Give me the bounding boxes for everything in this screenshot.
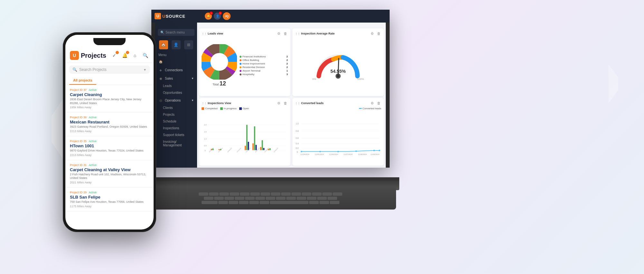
svg-text:1.5: 1.5 <box>204 131 207 133</box>
project-distance-29: 1175 Miles Away <box>70 205 149 208</box>
key <box>229 201 238 204</box>
gauge-area: 54.55% 0% 100% <box>295 37 381 93</box>
key <box>327 197 337 200</box>
pie-chart-area: Total 12 <box>202 44 237 87</box>
phone-bell-icon[interactable]: 🔔 <box>121 52 128 59</box>
phone-outer-shell: U Projects ✓ 🔔 ⌂ 🔍 🔍 Search Projec <box>63 32 156 232</box>
inspections-legend: Completed In progress Open <box>202 107 288 110</box>
laptop-device: U USOURCE 🔔 1 👤 1 JQ <box>142 10 399 216</box>
legend-airport: Airport Terminal 1 <box>240 69 288 72</box>
sidebar-item-leads[interactable]: Leads <box>155 83 197 89</box>
project-name-29: SLB San Felipe <box>70 195 149 200</box>
project-name-37: Carpet Cleaning <box>70 92 149 97</box>
phone-project-item-29[interactable]: Project ID 29 Active SLB San Felipe 759 … <box>65 188 154 211</box>
leads-delete-button[interactable]: 🗑 <box>283 31 288 36</box>
phone-project-item-31[interactable]: Project ID 31 Active Carpet Cleaning at … <box>65 160 154 188</box>
inspections-card-actions: ⚙ 🗑 <box>276 101 288 106</box>
leads-card-header: Leads view ⚙ 🗑 <box>202 31 288 36</box>
sales-label: Sales <box>165 77 173 80</box>
svg-point-6 <box>211 53 228 71</box>
phone-project-item-35[interactable]: Project ID 35 Active HTown 1001 9870 Gay… <box>65 136 154 160</box>
project-address-29: 759 San Felipe Ave Houston, Texas 77056,… <box>70 200 149 204</box>
inspection-settings-button[interactable]: ⚙ <box>370 31 375 36</box>
svg-point-56 <box>301 151 302 152</box>
phone-project-item-37[interactable]: Project ID 37 Active Carpet Cleaning 283… <box>65 85 154 113</box>
phone-tab-all-projects[interactable]: All projects <box>69 76 96 85</box>
support-tickets-label: Support tickets <box>163 133 184 137</box>
connections-label: Connections <box>165 68 183 72</box>
project-meta-37: Project ID 37 Active <box>70 88 149 92</box>
key <box>255 197 265 200</box>
inspections-content: Completed In progress Open <box>202 107 288 163</box>
sidebar-search[interactable]: 🔍 Search menu <box>158 29 194 36</box>
project-distance-31: 2021 Miles Away <box>70 181 149 184</box>
phone-home-icon[interactable]: ⌂ <box>131 52 139 59</box>
notif-badge-2: 1 <box>219 14 222 15</box>
sidebar-item-connections[interactable]: ◈ Connections <box>155 66 197 74</box>
sidebar-item-menu-home[interactable]: 🏠 <box>155 57 197 66</box>
svg-point-59 <box>355 151 357 152</box>
search-placeholder: Search menu <box>166 31 185 34</box>
notification-icon-1[interactable]: 🔔 1 <box>205 14 212 20</box>
phone-search-bar[interactable]: 🔍 Search Projects ▼ <box>69 65 150 74</box>
phone-project-item-36[interactable]: Project ID 36 Active Mexican Restaurant … <box>65 113 154 136</box>
inspections-delete-button[interactable]: 🗑 <box>283 101 288 106</box>
key <box>281 192 291 196</box>
phone-search-placeholder: Search Projects <box>79 67 107 72</box>
converted-card-header: Converted leads ⚙ 🗑 <box>295 101 381 106</box>
clients-label: Clients <box>163 106 173 110</box>
open-color <box>239 107 242 110</box>
projects-label: Projects <box>163 113 175 116</box>
sidebar-item-support-tickets[interactable]: Support tickets <box>155 132 197 138</box>
sidebar-tab-home[interactable]: 🏠 <box>159 40 168 49</box>
key <box>330 201 339 204</box>
sidebar-item-projects[interactable]: Projects <box>155 111 197 118</box>
phone-search-icon[interactable]: 🔍 <box>141 52 149 59</box>
bar-chart-area: 2.0 1.5 1.0 0.5 0 <box>202 111 288 163</box>
sidebar-item-inspections[interactable]: Inspections <box>155 125 197 132</box>
line-chart-area: 1.0 0.8 0.6 0.4 0.2 0 <box>295 111 381 163</box>
svg-rect-32 <box>262 140 263 150</box>
key <box>209 192 219 196</box>
project-name-36: Mexican Restaurant <box>70 120 149 124</box>
project-distance-36: 2213 Miles Away <box>70 130 149 133</box>
phone-checkmark-icon[interactable]: ✓ <box>110 52 118 59</box>
sidebar-item-opportunities[interactable]: Opportunities <box>155 89 197 96</box>
svg-text:0.8: 0.8 <box>296 130 299 132</box>
key-row-3 <box>147 201 394 204</box>
converted-content: Converted leads 1.0 0.8 0.6 0.4 <box>295 107 381 163</box>
svg-text:1.0: 1.0 <box>296 122 299 125</box>
svg-text:0.5: 0.5 <box>204 145 207 147</box>
notification-icon-2[interactable]: 👤 1 <box>214 14 221 20</box>
svg-rect-29 <box>254 126 255 150</box>
converted-delete-button[interactable]: 🗑 <box>376 101 381 106</box>
key <box>218 201 228 204</box>
sidebar-item-sales[interactable]: ◉ Sales ▼ <box>155 74 197 83</box>
leads-content-area: Total 12 Financial Institutions 2 <box>202 37 288 93</box>
user-avatar[interactable]: JQ <box>223 14 231 20</box>
converted-line-color <box>359 108 362 109</box>
leads-settings-button[interactable]: ⚙ <box>276 31 281 36</box>
inspections-settings-button[interactable]: ⚙ <box>276 101 281 106</box>
sidebar-tab-profile[interactable]: 👤 <box>172 40 181 49</box>
completed-color <box>202 107 204 110</box>
logo-text: USOURCE <box>162 14 185 19</box>
inspection-delete-button[interactable]: 🗑 <box>376 31 381 36</box>
key <box>230 192 239 196</box>
legend-hospitality: Hospitality 3 <box>240 73 288 76</box>
sales-arrow-icon: ▼ <box>191 77 194 80</box>
sidebar-tab-grid[interactable]: ⊞ <box>184 40 193 49</box>
legend-dot-residential <box>240 66 242 68</box>
converted-settings-button[interactable]: ⚙ <box>370 101 375 106</box>
sidebar-item-operations[interactable]: ◎ Operations ▼ <box>155 96 197 104</box>
legend-dot-home <box>240 63 242 65</box>
sidebar-item-invoicing[interactable]: Invoicing/ Management <box>155 138 197 149</box>
svg-rect-25 <box>245 146 246 150</box>
converted-leads-card: Converted leads ⚙ 🗑 Converted leads <box>292 98 384 166</box>
svg-rect-35 <box>270 148 271 150</box>
home-icon: 🏠 <box>158 59 163 64</box>
project-distance-35: 2213 Miles Away <box>70 153 149 157</box>
topbar-icons: 🔔 1 👤 1 JQ <box>205 14 231 20</box>
sidebar-item-clients[interactable]: Clients <box>155 104 197 111</box>
sidebar-item-schedule[interactable]: Schedule <box>155 118 197 125</box>
